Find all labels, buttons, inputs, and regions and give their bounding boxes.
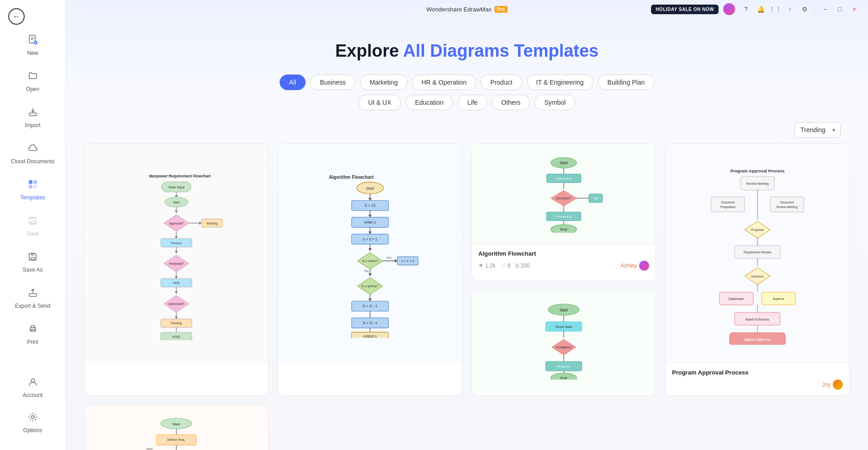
new-icon — [28, 35, 38, 47]
svg-text:Define Req.: Define Req. — [167, 438, 185, 442]
svg-text:Start: Start — [560, 308, 568, 312]
card-image-engineering: Start Define Req. Note: Variables... Ana… — [85, 405, 268, 450]
svg-marker-84 — [368, 299, 371, 301]
svg-rect-117 — [770, 197, 804, 212]
sidebar-item-new[interactable]: New — [4, 28, 62, 63]
engineering-flowchart-svg: Start Define Req. Note: Variables... Ana… — [133, 417, 220, 450]
svg-text:Reviewed?: Reviewed? — [169, 262, 184, 265]
close-button[interactable]: × — [848, 3, 861, 16]
card-image-algo3: Start Read data Condition? Process End — [472, 290, 656, 391]
sidebar-item-templates[interactable]: Templates — [4, 173, 62, 207]
card-image-algo2: Start Process A Decision? Yes Process B — [472, 144, 656, 244]
filter-marketing[interactable]: Marketing — [360, 75, 407, 90]
title-colored: All Diagrams Templates — [403, 41, 598, 60]
svg-text:Process A: Process A — [556, 177, 572, 181]
svg-text:Start: Start — [560, 161, 568, 165]
svg-text:S = S - 1: S = S - 1 — [363, 304, 378, 308]
card-image-algo1: Algorithm Flowchart Start S = 15 enter x — [278, 144, 462, 363]
card-meta-algo2: 👁 1.2k ♡ 8 ⎘ 200 Ashley — [478, 261, 649, 271]
sidebar-item-options[interactable]: Options — [4, 406, 62, 440]
help-button[interactable]: ? — [740, 3, 752, 16]
svg-rect-7 — [31, 221, 35, 224]
svg-text:Algorithm Flowchart: Algorithm Flowchart — [329, 175, 374, 180]
app-name: Wondershare EdrawMax — [426, 6, 492, 13]
sidebar-item-open[interactable]: Open — [4, 64, 62, 99]
filter-education[interactable]: Education — [406, 95, 453, 110]
sidebar-item-import[interactable]: Import — [4, 101, 62, 135]
settings-button[interactable]: ⚙ — [798, 3, 811, 16]
options-icon — [28, 412, 38, 424]
svg-rect-13 — [31, 329, 35, 331]
filter-all[interactable]: All — [280, 75, 306, 90]
template-card-algo1[interactable]: Algorithm Flowchart Start S = 15 enter x — [278, 143, 462, 396]
minimize-button[interactable]: − — [819, 3, 831, 16]
filter-symbol[interactable]: Symbol — [535, 95, 575, 110]
apps-button[interactable]: ⋮⋮ — [769, 3, 782, 16]
svg-marker-80 — [368, 273, 371, 276]
sidebar-item-save: Save — [4, 209, 62, 243]
back-button[interactable]: ← — [8, 8, 25, 25]
svg-text:End: End — [561, 376, 567, 380]
author-avatar-algo2 — [639, 261, 649, 271]
svg-point-14 — [31, 379, 35, 382]
sidebar-item-print[interactable]: Print — [4, 317, 62, 352]
sidebar-item-saveas[interactable]: Save As — [4, 245, 62, 279]
filter-others[interactable]: Others — [492, 95, 530, 110]
svg-text:x = x + 1: x = x + 1 — [363, 237, 377, 241]
template-card-program[interactable]: Program Approval Process Review Meeting … — [665, 143, 850, 396]
card-title-program: Program Approval Process — [672, 369, 843, 376]
svg-text:Preparation: Preparation — [720, 205, 736, 209]
eye-icon: 👁 — [478, 262, 484, 269]
sidebar-item-account[interactable]: Account — [4, 370, 62, 405]
import-label: Import — [25, 122, 40, 129]
filter-row-2: UI & UX Education Life Others Symbol — [66, 95, 868, 115]
template-card-engineering[interactable]: Start Define Req. Note: Variables... Ana… — [84, 405, 269, 450]
filter-product[interactable]: Product — [481, 75, 522, 90]
svg-marker-58 — [368, 198, 371, 201]
templates-label: Templates — [20, 194, 45, 201]
filter-row-1: All Business Marketing HR & Operation Pr… — [66, 75, 868, 95]
export-icon — [28, 288, 38, 300]
bell-button[interactable]: 🔔 — [754, 3, 767, 16]
copy-icon: ⎘ — [516, 262, 519, 269]
filter-business[interactable]: Business — [310, 75, 355, 90]
svg-text:End: End — [561, 227, 567, 231]
sort-select[interactable]: Trending Newest Popular — [794, 122, 841, 138]
page-title: Explore All Diagrams Templates — [66, 23, 868, 75]
template-card-algo3[interactable]: Start Read data Condition? Process End — [471, 290, 656, 396]
user-avatar[interactable] — [723, 3, 735, 15]
svg-text:Signed approval: Signed approval — [744, 338, 770, 342]
filter-it[interactable]: IT & Engineering — [527, 75, 593, 90]
new-label: New — [27, 50, 38, 56]
filter-life[interactable]: Life — [458, 95, 487, 110]
svg-text:HOD2: HOD2 — [172, 335, 180, 338]
svg-text:Start: Start — [173, 201, 180, 204]
template-card-manpower[interactable]: Manpower Requirement Flowchart State Inp… — [84, 143, 269, 396]
cloud-label: Cloud Documents — [11, 158, 54, 165]
svg-text:Review Meeting: Review Meeting — [777, 205, 798, 209]
sidebar-item-export[interactable]: Export & Send — [4, 281, 62, 316]
maximize-button[interactable]: □ — [833, 3, 846, 16]
svg-text:Board of Directors: Board of Directors — [746, 318, 769, 321]
save-icon — [28, 215, 38, 228]
holiday-button[interactable]: HOLIDAY SALE ON NOW — [651, 5, 719, 14]
filter-ui[interactable]: UI & UX — [359, 95, 401, 110]
template-card-algo2[interactable]: Start Process A Decision? Yes Process B — [471, 143, 656, 281]
options-label: Options — [23, 427, 42, 434]
svg-text:Condition?: Condition? — [556, 345, 572, 349]
svg-text:Requirement Review: Requirement Review — [744, 251, 771, 254]
filter-hr[interactable]: HR & Operation — [412, 75, 476, 90]
likes-algo2: ♡ 8 — [501, 262, 511, 269]
svg-text:Proposal: Proposal — [751, 228, 764, 232]
sidebar-item-cloud[interactable]: Cloud Documents — [4, 137, 62, 171]
svg-marker-44 — [175, 291, 178, 294]
titlebar-right: HOLIDAY SALE ON NOW ? 🔔 ⋮⋮ ↑ ⚙ − □ × — [651, 3, 861, 16]
svg-text:Yes: Yes — [386, 256, 392, 259]
svg-text:Manpower Requirement Flowchart: Manpower Requirement Flowchart — [149, 174, 211, 178]
share-button[interactable]: ↑ — [783, 3, 796, 16]
svg-marker-70 — [368, 248, 371, 251]
filter-building[interactable]: Building Plan — [598, 75, 655, 90]
svg-rect-2 — [29, 113, 37, 116]
svg-text:Directors: Directors — [751, 275, 764, 278]
templates-icon — [28, 179, 38, 192]
